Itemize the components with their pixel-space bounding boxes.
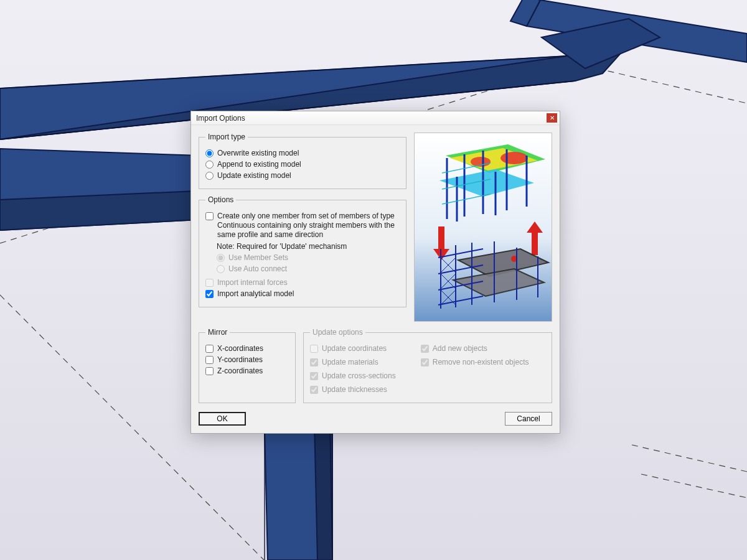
radio-overwrite[interactable] — [205, 149, 214, 157]
check-import-internal-forces-label: Import internal forces — [217, 278, 288, 287]
check-update-thicknesses-label: Update thicknesses — [322, 385, 387, 394]
check-mirror-x-label: X-coordinates — [217, 344, 263, 353]
check-update-cross-sections-label: Update cross-sections — [322, 371, 396, 380]
check-create-continuous[interactable] — [205, 212, 214, 220]
dialog-titlebar[interactable]: Import Options ✕ — [191, 111, 560, 125]
radio-use-auto-connect — [217, 265, 225, 273]
check-remove-nonexistent-label: Remove non-existent objects — [433, 358, 529, 366]
radio-append-label: Append to existing model — [217, 160, 301, 169]
check-update-coordinates-label: Update coordinates — [322, 344, 387, 353]
check-import-internal-forces — [205, 279, 214, 287]
radio-update-label: Update existing model — [217, 171, 291, 180]
check-mirror-x[interactable] — [205, 345, 214, 353]
check-mirror-z-label: Z-coordinates — [217, 366, 263, 375]
close-button[interactable]: ✕ — [547, 113, 557, 123]
options-group: Options Create only one member from set … — [199, 195, 406, 307]
check-update-thicknesses — [310, 386, 318, 394]
options-legend: Options — [205, 195, 236, 204]
radio-overwrite-label: Overwrite existing model — [217, 149, 299, 157]
svg-marker-14 — [314, 421, 332, 560]
check-mirror-y[interactable] — [205, 356, 214, 364]
import-options-dialog: Import Options ✕ Import type Overwrite e… — [190, 111, 560, 434]
check-mirror-z[interactable] — [205, 367, 214, 375]
mirror-legend: Mirror — [205, 328, 230, 337]
check-mirror-y-label: Y-coordinates — [217, 355, 263, 364]
import-type-legend: Import type — [205, 133, 248, 141]
check-add-new-objects — [421, 345, 429, 353]
radio-use-auto-connect-label: Use Auto connect — [228, 264, 287, 273]
mirror-group: Mirror X-coordinates Y-coordinates Z-coo… — [199, 328, 296, 403]
update-options-group: Update options Update coordinates Update… — [303, 328, 552, 403]
check-update-materials — [310, 358, 318, 366]
close-icon: ✕ — [550, 114, 555, 121]
check-import-analytical[interactable] — [205, 290, 214, 298]
ok-button[interactable]: OK — [199, 412, 246, 426]
check-add-new-objects-label: Add new objects — [433, 344, 487, 353]
dialog-title: Import Options — [196, 114, 245, 123]
check-update-cross-sections — [310, 372, 318, 380]
import-preview-image — [414, 133, 552, 322]
svg-point-22 — [500, 152, 528, 164]
options-note: Note: Required for 'Update' mechanism — [217, 242, 400, 251]
radio-use-member-sets — [217, 254, 225, 262]
check-remove-nonexistent — [421, 358, 429, 366]
check-import-analytical-label: Import analytical model — [217, 289, 294, 298]
update-options-legend: Update options — [310, 328, 365, 337]
import-type-group: Import type Overwrite existing model App… — [199, 133, 406, 189]
radio-use-member-sets-label: Use Member Sets — [228, 253, 288, 262]
radio-append[interactable] — [205, 161, 214, 169]
check-update-coordinates — [310, 345, 318, 353]
cancel-button[interactable]: Cancel — [505, 412, 552, 426]
check-create-continuous-label: Create only one member from set of membe… — [217, 212, 400, 240]
check-update-materials-label: Update materials — [322, 358, 378, 366]
radio-update[interactable] — [205, 172, 214, 180]
